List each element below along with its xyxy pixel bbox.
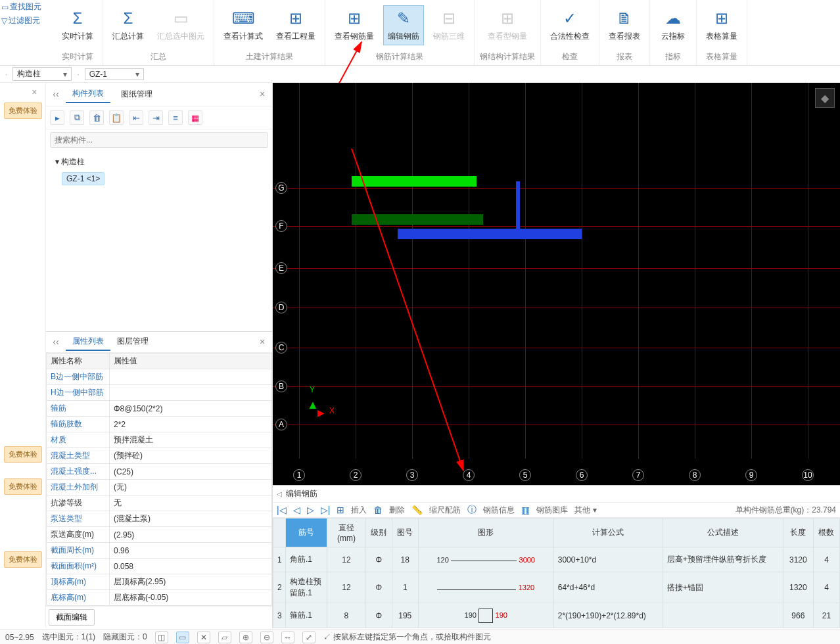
ribbon-icon: 🗎 (614, 9, 635, 28)
ribbon-汇总计算[interactable]: Σ汇总计算 (108, 6, 148, 45)
collapse-icon[interactable]: ‹‹ (50, 89, 62, 101)
ribbon-icon: ☁ (663, 9, 684, 28)
prop-name[interactable]: 截面面积(m²) (47, 559, 110, 574)
prop-value[interactable]: 预拌混凝土 (110, 432, 272, 448)
prop-header-name: 属性名称 (47, 354, 110, 369)
prop-name[interactable]: 截面周长(m) (47, 543, 110, 559)
tab-component-list[interactable]: 构件列表 (66, 85, 110, 103)
prop-value[interactable]: 无 (110, 495, 272, 511)
prop-name[interactable]: 顶标高(m) (47, 574, 110, 590)
promo-badge[interactable]: 免费体验 (4, 103, 42, 119)
sb-tool-2[interactable]: ▭ (176, 632, 189, 643)
prop-value[interactable]: (预拌砼) (110, 448, 272, 464)
tab-properties[interactable]: 属性列表 (66, 333, 110, 351)
prop-name[interactable]: 混凝土外加剂 (47, 480, 110, 495)
prop-name[interactable]: 底标高(m) (47, 590, 110, 606)
ribbon-查看计算式[interactable]: ⌨查看计算式 (220, 6, 267, 45)
sb-tool-7[interactable]: ↔ (281, 632, 294, 643)
other-dropdown[interactable]: 其他 ▾ (574, 505, 596, 516)
prop-value[interactable]: 0.96 (110, 543, 272, 559)
close-icon[interactable]: × (5, 87, 41, 100)
component-type-select[interactable]: 构造柱 (12, 67, 72, 81)
prop-value[interactable] (110, 369, 272, 385)
next-icon[interactable]: ▷ (307, 505, 314, 515)
prop-value[interactable]: (混凝土泵) (110, 511, 272, 527)
tree-root[interactable]: ▾ 构造柱 (51, 154, 267, 170)
caret-left-icon: · (5, 70, 7, 79)
filter-icon: ▽ (1, 16, 7, 26)
ribbon-表格算量[interactable]: ⊞表格算量 (702, 6, 741, 45)
prop-name[interactable]: 泵送类型 (47, 511, 110, 527)
prop-value[interactable]: (2.95) (110, 527, 272, 543)
last-icon[interactable]: ▷| (321, 505, 331, 515)
prop-value[interactable]: 2*2 (110, 417, 272, 432)
filter-element[interactable]: ▽过滤图元 (1, 15, 41, 26)
scale-icon[interactable]: 📏 (411, 505, 423, 515)
export-icon[interactable]: ⇥ (149, 110, 163, 125)
info-icon[interactable]: ⓘ (467, 504, 477, 516)
prop-name[interactable]: 泵送高度(m) (47, 527, 110, 543)
prop-value[interactable]: (C25) (110, 464, 272, 480)
ribbon-icon: ▭ (170, 9, 191, 28)
library-icon[interactable]: ▥ (521, 505, 530, 515)
view-cube[interactable]: ◆ (815, 88, 835, 108)
prop-value[interactable]: (无) (110, 480, 272, 495)
prop-name[interactable]: 抗渗等级 (47, 495, 110, 511)
promo-badge[interactable]: 免费体验 (4, 478, 42, 495)
prop-value[interactable]: 层底标高(-0.05) (110, 590, 272, 606)
rebar-name[interactable]: 箍筋.1 (285, 603, 327, 628)
ribbon-云指标[interactable]: ☁云指标 (655, 6, 691, 45)
promo-badge[interactable]: 免费体验 (4, 551, 42, 568)
ribbon-查看钢筋量[interactable]: ⊞查看钢筋量 (331, 6, 378, 45)
import-icon[interactable]: ⇤ (129, 110, 143, 125)
find-element[interactable]: ▭查找图元 (1, 1, 41, 12)
tab-drawing-mgmt[interactable]: 图纸管理 (114, 86, 159, 103)
promo-badge[interactable]: 免费体验 (4, 446, 42, 463)
bottom-panel-title: 编辑钢筋 (286, 488, 317, 499)
ribbon-编辑钢筋[interactable]: ✎编辑钢筋 (383, 5, 424, 45)
first-icon[interactable]: |◁ (277, 505, 287, 515)
sb-tool-6[interactable]: ⊖ (260, 632, 273, 643)
sb-tool-8[interactable]: ⤢ (302, 632, 315, 643)
prev-icon[interactable]: ◁ (293, 505, 300, 515)
prop-value[interactable] (110, 385, 272, 401)
ribbon-查看报表[interactable]: 🗎查看报表 (605, 6, 644, 45)
ribbon-icon: ⊞ (285, 9, 306, 28)
close-icon[interactable]: × (256, 89, 268, 101)
prop-name[interactable]: B边一侧中部筋 (47, 369, 110, 385)
prop-name[interactable]: 混凝土类型 (47, 448, 110, 464)
prop-name[interactable]: 箍筋 (47, 401, 110, 417)
ribbon-合法性检查[interactable]: ✓合法性检查 (546, 6, 594, 45)
sb-tool-3[interactable]: ✕ (197, 632, 210, 643)
search-input[interactable] (50, 132, 268, 148)
prop-name[interactable]: H边一侧中部筋 (47, 385, 110, 401)
copy-icon[interactable]: ⧉ (70, 110, 84, 125)
new-icon[interactable]: ▸ (50, 110, 64, 125)
component-instance-select[interactable]: GZ-1 (85, 68, 144, 80)
sb-tool-1[interactable]: ◫ (155, 632, 168, 643)
prop-value[interactable]: 层顶标高(2.95) (110, 574, 272, 590)
prop-name[interactable]: 混凝土强度... (47, 464, 110, 480)
ribbon-查看工程量[interactable]: ⊞查看工程量 (272, 6, 319, 45)
rebar-name[interactable]: 构造柱预留筋.1 (285, 572, 327, 603)
prop-value[interactable]: 0.058 (110, 559, 272, 574)
ribbon-实时计算[interactable]: Σ实时计算 (58, 6, 97, 45)
grid-icon[interactable]: ▦ (188, 110, 202, 125)
sb-tool-5[interactable]: ⊕ (239, 632, 252, 643)
section-edit-button[interactable]: 截面编辑 (49, 609, 95, 626)
list-icon[interactable]: ≡ (168, 110, 183, 125)
tree-item-gz1[interactable]: GZ-1 <1> (62, 172, 105, 185)
sb-tool-4[interactable]: ▱ (218, 632, 231, 643)
prop-value[interactable]: Φ8@150(2*2) (110, 401, 272, 417)
delete-icon[interactable]: 🗑 (89, 110, 104, 125)
insert-icon[interactable]: ⊞ (337, 505, 344, 515)
collapse-icon[interactable]: ‹‹ (50, 336, 62, 348)
paste-icon[interactable]: 📋 (109, 110, 124, 125)
prop-name[interactable]: 箍筋肢数 (47, 417, 110, 432)
prop-name[interactable]: 材质 (47, 432, 110, 448)
close-icon[interactable]: × (256, 336, 268, 348)
ribbon-icon: ✓ (559, 9, 580, 28)
delete-icon[interactable]: 🗑 (373, 505, 383, 515)
rebar-name[interactable]: 角筋.1 (285, 547, 327, 572)
tab-layers[interactable]: 图层管理 (110, 333, 155, 351)
